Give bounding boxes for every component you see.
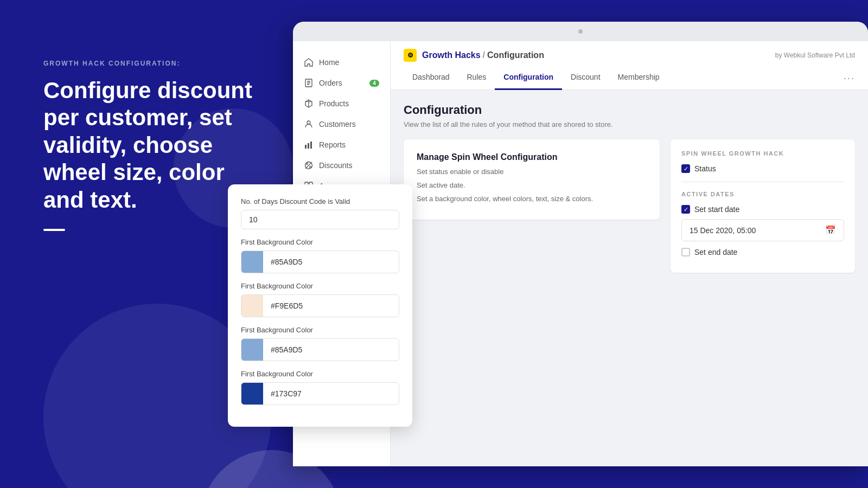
- customers-icon: [304, 119, 314, 129]
- set-start-row: ✓ Set start date: [681, 205, 844, 214]
- color-input-3: [241, 338, 399, 361]
- color-hex-3[interactable]: [263, 341, 399, 359]
- page-title: Configuration: [404, 103, 855, 117]
- status-checkbox[interactable]: ✓: [681, 164, 690, 173]
- color-swatch-4[interactable]: [241, 383, 263, 404]
- header-top: ⚙ Growth Hacks / Configuration by Webkul…: [404, 41, 855, 67]
- color-input-2: [241, 294, 399, 317]
- company-label: by Webkul Software Pvt Ltd: [775, 52, 855, 59]
- svg-rect-9: [310, 142, 312, 149]
- set-start-label: Set start date: [694, 205, 739, 214]
- set-start-checkbox[interactable]: ✓: [681, 205, 690, 214]
- sidebar-item-home[interactable]: Home: [293, 52, 390, 73]
- field1-label: No. of Days Discount Code is Valid: [241, 197, 399, 206]
- sidebar-item-customers[interactable]: Customers: [293, 114, 390, 134]
- calendar-icon[interactable]: 📅: [825, 225, 836, 235]
- breadcrumb-sub: Configuration: [487, 50, 544, 60]
- reports-icon: [304, 140, 314, 150]
- svg-rect-7: [305, 145, 307, 149]
- more-options-button[interactable]: ···: [844, 67, 855, 89]
- set-end-checkbox[interactable]: [681, 248, 690, 256]
- color-swatch-3[interactable]: [241, 339, 263, 361]
- app-icon: ⚙: [404, 49, 417, 62]
- field5-label: First Background Color: [241, 370, 399, 378]
- status-label: Status: [694, 164, 716, 173]
- config-card-line-1: Set status enable or disable: [417, 166, 647, 178]
- color-swatch-1[interactable]: [241, 251, 263, 273]
- sidebar-item-orders[interactable]: Orders 4: [293, 73, 390, 93]
- svg-point-11: [310, 166, 311, 168]
- set-end-row: Set end date: [681, 248, 844, 256]
- config-card-line-3: Set a background color, wheel colors, te…: [417, 194, 647, 205]
- set-end-label: Set end date: [694, 248, 737, 256]
- breadcrumb-main: Growth Hacks: [422, 50, 481, 60]
- color-hex-1[interactable]: [263, 253, 399, 271]
- sidebar-label-home: Home: [319, 58, 339, 67]
- breadcrumb: ⚙ Growth Hacks / Configuration: [404, 49, 544, 62]
- start-date-input[interactable]: 15 Dec 2020, 05:00 📅: [681, 219, 844, 241]
- config-card-line-2: Set active date.: [417, 180, 647, 191]
- main-header: ⚙ Growth Hacks / Configuration by Webkul…: [391, 41, 868, 90]
- right-panel: SPIN WHEEL GROWTH HACK ✓ Status ACTIVE D…: [671, 139, 855, 273]
- svg-point-10: [307, 163, 308, 165]
- left-divider: [43, 229, 65, 231]
- config-columns: Manage Spin Wheel Configuration Set stat…: [404, 139, 855, 273]
- status-row: ✓ Status: [681, 164, 844, 173]
- products-icon: [304, 99, 314, 108]
- main-content: ⚙ Growth Hacks / Configuration by Webkul…: [391, 41, 868, 466]
- color-hex-4[interactable]: [263, 384, 399, 403]
- set-start-check-icon: ✓: [684, 207, 688, 213]
- orders-icon: [304, 78, 314, 88]
- field4-label: First Background Color: [241, 326, 399, 334]
- svg-point-6: [307, 121, 310, 124]
- config-right-col: SPIN WHEEL GROWTH HACK ✓ Status ACTIVE D…: [671, 139, 855, 273]
- sidebar-label-discounts: Discounts: [319, 161, 352, 170]
- color-input-4: [241, 382, 399, 405]
- start-date-value: 15 Dec 2020, 05:00: [690, 226, 825, 235]
- tab-configuration[interactable]: Configuration: [495, 67, 562, 90]
- page-body: Configuration View the list of all the r…: [391, 90, 868, 466]
- checkbox-check-icon: ✓: [684, 166, 688, 172]
- tab-rules[interactable]: Rules: [458, 67, 495, 90]
- config-left-col: Manage Spin Wheel Configuration Set stat…: [404, 139, 660, 228]
- sidebar-item-products[interactable]: Products: [293, 93, 390, 114]
- section2-label: ACTIVE DATES: [681, 191, 844, 197]
- panel-divider: [681, 182, 844, 182]
- browser-indicator: [578, 29, 583, 34]
- sidebar-item-reports[interactable]: Reports: [293, 134, 390, 155]
- breadcrumb-separator: /: [483, 50, 485, 60]
- tab-discount[interactable]: Discount: [562, 67, 609, 90]
- page-subtitle: View the list of all the rules of your m…: [404, 120, 855, 129]
- field2-label: First Background Color: [241, 238, 399, 246]
- browser-topbar: [293, 22, 868, 41]
- orders-badge: 4: [369, 80, 379, 87]
- color-hex-2[interactable]: [263, 297, 399, 315]
- sidebar-label-reports: Reports: [319, 140, 346, 149]
- discounts-icon: [304, 160, 314, 170]
- tab-membership[interactable]: Membership: [609, 67, 668, 90]
- floating-config-card: No. of Days Discount Code is Valid First…: [228, 184, 412, 427]
- tab-dashboard[interactable]: Dashborad: [404, 67, 458, 90]
- section1-label: SPIN WHEEL GROWTH HACK: [681, 150, 844, 157]
- color-input-1: [241, 251, 399, 273]
- color-swatch-2[interactable]: [241, 295, 263, 317]
- sidebar-label-customers: Customers: [319, 120, 356, 129]
- home-icon: [304, 57, 314, 67]
- field3-label: First Background Color: [241, 282, 399, 290]
- config-card: Manage Spin Wheel Configuration Set stat…: [404, 139, 660, 220]
- config-card-title: Manage Spin Wheel Configuration: [417, 152, 647, 162]
- days-input[interactable]: [241, 210, 399, 229]
- sidebar-label-orders: Orders: [319, 79, 342, 87]
- app-icon-symbol: ⚙: [407, 52, 413, 59]
- sidebar-item-discounts[interactable]: Discounts: [293, 155, 390, 176]
- left-label: GROWTH HACK CONFIGURATION:: [43, 60, 271, 67]
- svg-rect-8: [308, 143, 309, 149]
- nav-tabs: Dashborad Rules Configuration Discount M…: [404, 67, 855, 89]
- sidebar-label-products: Products: [319, 99, 349, 108]
